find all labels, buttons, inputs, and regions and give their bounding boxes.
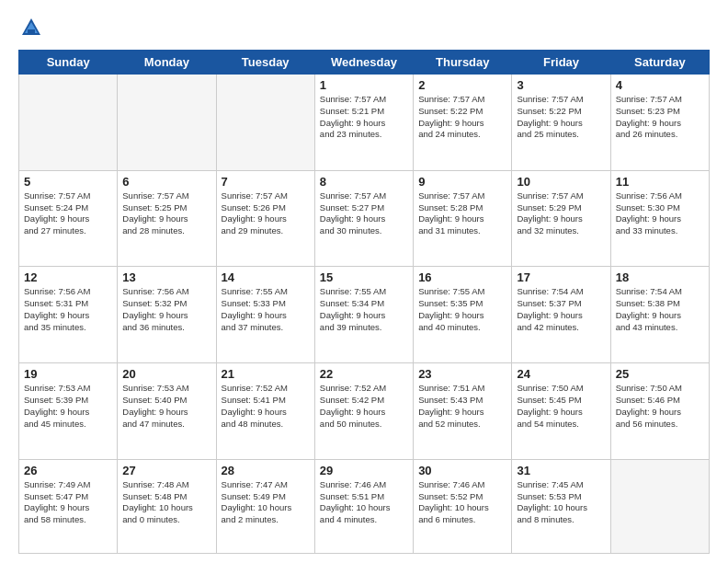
day-number: 11	[616, 175, 704, 189]
day-info: Sunrise: 7:56 AM Sunset: 5:30 PM Dayligh…	[616, 190, 704, 237]
calendar-day-cell: 28Sunrise: 7:47 AM Sunset: 5:49 PM Dayli…	[216, 459, 314, 553]
day-number: 4	[616, 78, 704, 92]
day-info: Sunrise: 7:52 AM Sunset: 5:42 PM Dayligh…	[320, 383, 408, 430]
day-number: 20	[122, 367, 210, 381]
calendar-body: 1Sunrise: 7:57 AM Sunset: 5:21 PM Daylig…	[19, 75, 710, 554]
calendar-day-cell	[216, 75, 314, 171]
calendar-week-row: 12Sunrise: 7:56 AM Sunset: 5:31 PM Dayli…	[19, 267, 710, 363]
calendar-day-cell: 20Sunrise: 7:53 AM Sunset: 5:40 PM Dayli…	[118, 363, 216, 460]
day-number: 2	[418, 78, 506, 92]
day-info: Sunrise: 7:49 AM Sunset: 5:47 PM Dayligh…	[24, 479, 112, 526]
day-number: 23	[418, 367, 506, 381]
logo	[18, 15, 48, 40]
day-info: Sunrise: 7:57 AM Sunset: 5:25 PM Dayligh…	[122, 190, 210, 237]
calendar: SundayMondayTuesdayWednesdayThursdayFrid…	[18, 50, 710, 554]
day-info: Sunrise: 7:57 AM Sunset: 5:27 PM Dayligh…	[320, 190, 408, 237]
calendar-day-cell: 11Sunrise: 7:56 AM Sunset: 5:30 PM Dayli…	[610, 170, 709, 267]
calendar-day-cell: 5Sunrise: 7:57 AM Sunset: 5:24 PM Daylig…	[19, 170, 118, 267]
calendar-day-cell: 4Sunrise: 7:57 AM Sunset: 5:23 PM Daylig…	[610, 75, 709, 171]
day-number: 31	[517, 464, 605, 477]
day-number: 19	[24, 367, 112, 381]
calendar-day-cell: 31Sunrise: 7:45 AM Sunset: 5:53 PM Dayli…	[512, 459, 610, 553]
calendar-day-cell: 7Sunrise: 7:57 AM Sunset: 5:26 PM Daylig…	[216, 170, 314, 267]
calendar-header-cell: Monday	[118, 51, 216, 75]
day-info: Sunrise: 7:55 AM Sunset: 5:34 PM Dayligh…	[320, 286, 408, 333]
day-info: Sunrise: 7:57 AM Sunset: 5:26 PM Dayligh…	[222, 190, 310, 237]
calendar-day-cell: 21Sunrise: 7:52 AM Sunset: 5:41 PM Dayli…	[216, 363, 314, 460]
calendar-day-cell: 15Sunrise: 7:55 AM Sunset: 5:34 PM Dayli…	[314, 267, 413, 363]
day-info: Sunrise: 7:57 AM Sunset: 5:28 PM Dayligh…	[418, 190, 506, 237]
calendar-day-cell: 3Sunrise: 7:57 AM Sunset: 5:22 PM Daylig…	[512, 75, 610, 171]
day-info: Sunrise: 7:56 AM Sunset: 5:31 PM Dayligh…	[24, 286, 112, 333]
day-number: 1	[320, 78, 408, 92]
day-number: 3	[517, 78, 605, 92]
calendar-day-cell: 6Sunrise: 7:57 AM Sunset: 5:25 PM Daylig…	[118, 170, 216, 267]
day-number: 8	[320, 175, 408, 189]
calendar-day-cell: 2Sunrise: 7:57 AM Sunset: 5:22 PM Daylig…	[414, 75, 512, 171]
calendar-day-cell: 27Sunrise: 7:48 AM Sunset: 5:48 PM Dayli…	[118, 459, 216, 553]
day-number: 26	[24, 464, 112, 477]
day-info: Sunrise: 7:57 AM Sunset: 5:29 PM Dayligh…	[517, 190, 605, 237]
day-info: Sunrise: 7:51 AM Sunset: 5:43 PM Dayligh…	[418, 383, 506, 430]
day-info: Sunrise: 7:57 AM Sunset: 5:21 PM Dayligh…	[320, 94, 408, 141]
day-number: 7	[222, 175, 310, 189]
calendar-week-row: 19Sunrise: 7:53 AM Sunset: 5:39 PM Dayli…	[19, 363, 710, 460]
day-info: Sunrise: 7:54 AM Sunset: 5:38 PM Dayligh…	[616, 286, 704, 333]
calendar-day-cell	[19, 75, 118, 171]
calendar-day-cell: 13Sunrise: 7:56 AM Sunset: 5:32 PM Dayli…	[118, 267, 216, 363]
calendar-day-cell: 8Sunrise: 7:57 AM Sunset: 5:27 PM Daylig…	[314, 170, 413, 267]
day-number: 5	[24, 175, 112, 189]
calendar-day-cell	[118, 75, 216, 171]
day-info: Sunrise: 7:50 AM Sunset: 5:45 PM Dayligh…	[517, 383, 605, 430]
calendar-day-cell: 25Sunrise: 7:50 AM Sunset: 5:46 PM Dayli…	[610, 363, 709, 460]
day-info: Sunrise: 7:48 AM Sunset: 5:48 PM Dayligh…	[122, 479, 210, 526]
day-info: Sunrise: 7:53 AM Sunset: 5:40 PM Dayligh…	[122, 383, 210, 430]
day-info: Sunrise: 7:55 AM Sunset: 5:35 PM Dayligh…	[418, 286, 506, 333]
calendar-day-cell: 14Sunrise: 7:55 AM Sunset: 5:33 PM Dayli…	[216, 267, 314, 363]
day-number: 21	[222, 367, 310, 381]
calendar-day-cell: 23Sunrise: 7:51 AM Sunset: 5:43 PM Dayli…	[414, 363, 512, 460]
day-number: 12	[24, 270, 112, 284]
day-number: 29	[320, 464, 408, 477]
day-number: 16	[418, 270, 506, 284]
calendar-day-cell: 18Sunrise: 7:54 AM Sunset: 5:38 PM Dayli…	[610, 267, 709, 363]
day-info: Sunrise: 7:46 AM Sunset: 5:51 PM Dayligh…	[320, 479, 408, 526]
day-number: 30	[418, 464, 506, 477]
calendar-header-cell: Thursday	[414, 51, 512, 75]
calendar-day-cell: 30Sunrise: 7:46 AM Sunset: 5:52 PM Dayli…	[414, 459, 512, 553]
day-info: Sunrise: 7:57 AM Sunset: 5:23 PM Dayligh…	[616, 94, 704, 141]
day-info: Sunrise: 7:53 AM Sunset: 5:39 PM Dayligh…	[24, 383, 112, 430]
day-info: Sunrise: 7:47 AM Sunset: 5:49 PM Dayligh…	[222, 479, 310, 526]
calendar-day-cell: 10Sunrise: 7:57 AM Sunset: 5:29 PM Dayli…	[512, 170, 610, 267]
day-number: 10	[517, 175, 605, 189]
calendar-day-cell: 19Sunrise: 7:53 AM Sunset: 5:39 PM Dayli…	[19, 363, 118, 460]
day-number: 17	[517, 270, 605, 284]
day-number: 22	[320, 367, 408, 381]
day-info: Sunrise: 7:57 AM Sunset: 5:22 PM Dayligh…	[517, 94, 605, 141]
calendar-day-cell: 29Sunrise: 7:46 AM Sunset: 5:51 PM Dayli…	[314, 459, 413, 553]
calendar-day-cell: 12Sunrise: 7:56 AM Sunset: 5:31 PM Dayli…	[19, 267, 118, 363]
day-info: Sunrise: 7:52 AM Sunset: 5:41 PM Dayligh…	[222, 383, 310, 430]
calendar-header-cell: Tuesday	[216, 51, 314, 75]
day-number: 15	[320, 270, 408, 284]
calendar-day-cell: 16Sunrise: 7:55 AM Sunset: 5:35 PM Dayli…	[414, 267, 512, 363]
day-number: 13	[122, 270, 210, 284]
calendar-week-row: 26Sunrise: 7:49 AM Sunset: 5:47 PM Dayli…	[19, 459, 710, 553]
day-number: 18	[616, 270, 704, 284]
calendar-day-cell: 17Sunrise: 7:54 AM Sunset: 5:37 PM Dayli…	[512, 267, 610, 363]
day-info: Sunrise: 7:45 AM Sunset: 5:53 PM Dayligh…	[517, 479, 605, 526]
day-info: Sunrise: 7:56 AM Sunset: 5:32 PM Dayligh…	[122, 286, 210, 333]
day-info: Sunrise: 7:55 AM Sunset: 5:33 PM Dayligh…	[222, 286, 310, 333]
calendar-header-cell: Friday	[512, 51, 610, 75]
day-number: 24	[517, 367, 605, 381]
svg-rect-2	[28, 29, 35, 35]
day-number: 14	[222, 270, 310, 284]
page: SundayMondayTuesdayWednesdayThursdayFrid…	[0, 0, 728, 563]
header	[18, 15, 710, 40]
day-info: Sunrise: 7:54 AM Sunset: 5:37 PM Dayligh…	[517, 286, 605, 333]
calendar-day-cell	[610, 459, 709, 553]
calendar-day-cell: 26Sunrise: 7:49 AM Sunset: 5:47 PM Dayli…	[19, 459, 118, 553]
logo-icon	[18, 15, 44, 40]
calendar-header-cell: Sunday	[19, 51, 118, 75]
calendar-day-cell: 24Sunrise: 7:50 AM Sunset: 5:45 PM Dayli…	[512, 363, 610, 460]
